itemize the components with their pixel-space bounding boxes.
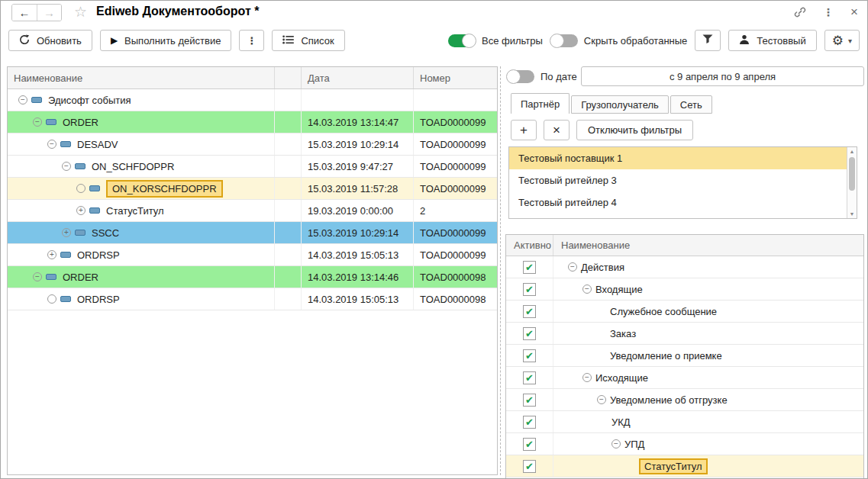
table-row[interactable]: ✔ Заказ: [506, 323, 863, 345]
table-row[interactable]: −ON_SCHFDOPPR 15.03.2019 9:47:27 TOAD000…: [8, 156, 497, 178]
check-icon: ✔: [525, 262, 534, 272]
expander-minus-icon[interactable]: −: [568, 262, 577, 272]
table-row[interactable]: ORDRSP 14.03.2019 15:05:13 TOAD0000098: [8, 288, 497, 310]
user-button[interactable]: Тестоввый: [728, 30, 816, 51]
row-name: SSCC: [92, 227, 119, 239]
table-row[interactable]: ✔ −УПД: [506, 433, 863, 455]
settings-button[interactable]: ⚙ ▾: [824, 30, 860, 51]
column-header-active[interactable]: Активно: [506, 235, 553, 256]
filter-button[interactable]: [695, 30, 721, 51]
by-date-toggle-track: [507, 70, 534, 83]
events-table-header: Наименование Дата Номер: [8, 67, 497, 89]
check-icon: ✔: [525, 329, 534, 339]
scrollbar-thumb[interactable]: [849, 157, 855, 191]
actions-table-header: Активно Наименование: [506, 235, 863, 256]
table-row[interactable]: −ORDER 14.03.2019 13:14:47 TOAD0000099: [8, 111, 497, 133]
scrollbar[interactable]: ▲ ▼: [847, 147, 857, 218]
checkbox-checked[interactable]: ✔: [523, 283, 536, 296]
expander-minus-icon[interactable]: −: [582, 285, 592, 294]
table-row[interactable]: ✔ −Исходящие: [506, 367, 863, 389]
table-row[interactable]: −DESADV 15.03.2019 10:29:14 TOAD0000099: [8, 133, 497, 156]
row-number: TOAD0000099: [414, 178, 497, 199]
expander-plus-icon[interactable]: +: [47, 250, 56, 259]
period-field[interactable]: с 9 апреля по 9 апреля: [581, 66, 864, 86]
more-menu-icon[interactable]: ⋮: [823, 6, 834, 18]
table-row[interactable]: +ORDRSP 14.03.2019 15:05:13 TOAD0000099: [8, 244, 497, 266]
table-row[interactable]: ✔ −Входящие: [506, 278, 863, 301]
checkbox-checked[interactable]: ✔: [523, 349, 536, 362]
table-row[interactable]: ✔ Служебное сообщение: [506, 301, 863, 323]
table-row[interactable]: −Эдисофт события: [8, 89, 497, 111]
checkbox-checked[interactable]: ✔: [523, 394, 536, 407]
checkbox-checked[interactable]: ✔: [523, 371, 536, 384]
row-date: 14.03.2019 15:05:13: [302, 288, 414, 310]
column-header-name[interactable]: Наименование: [8, 67, 275, 88]
back-button[interactable]: ←: [12, 5, 37, 21]
row-label: Входящие: [595, 284, 643, 295]
checkbox-checked[interactable]: ✔: [523, 261, 536, 274]
link-icon[interactable]: [794, 6, 806, 18]
tab-partner[interactable]: Партнёр: [511, 93, 570, 114]
table-row[interactable]: ✔ −Уведомление об отгрузке: [506, 389, 863, 411]
expander-minus-icon[interactable]: −: [62, 162, 71, 171]
forward-button[interactable]: →: [37, 5, 61, 21]
table-row[interactable]: ✔ УКД: [506, 411, 863, 433]
close-icon[interactable]: ×: [850, 5, 858, 20]
favorite-star-icon[interactable]: ☆: [74, 3, 87, 21]
disable-filters-button[interactable]: Отключить фильтры: [576, 120, 693, 140]
table-row-selected[interactable]: +SSCC 15.03.2019 10:29:14 TOAD0000099: [8, 222, 497, 244]
scroll-up-icon[interactable]: ▲: [847, 149, 857, 154]
list-button[interactable]: Список: [272, 30, 344, 51]
check-icon: ✔: [525, 351, 534, 361]
expander-minus-icon[interactable]: −: [33, 272, 42, 281]
expander-minus-icon[interactable]: −: [18, 95, 27, 104]
checkbox-checked[interactable]: ✔: [523, 416, 536, 429]
by-date-toggle[interactable]: По дате: [507, 70, 577, 83]
column-header-date[interactable]: Дата: [302, 67, 414, 88]
expander-minus-icon[interactable]: −: [33, 117, 42, 127]
expander-minus-icon[interactable]: −: [597, 395, 606, 404]
clear-filter-button[interactable]: ×: [544, 120, 570, 140]
execute-action-button[interactable]: ▶ Выполнить действие: [100, 30, 232, 51]
all-filters-toggle[interactable]: Все фильтры: [448, 34, 543, 47]
expander-minus-icon[interactable]: −: [582, 373, 592, 382]
column-header-number[interactable]: Номер: [414, 67, 497, 88]
expander-plus-icon[interactable]: +: [76, 206, 86, 215]
vertical-splitter[interactable]: [500, 66, 501, 475]
column-header-name[interactable]: Наименование: [553, 235, 863, 256]
table-row-current[interactable]: ON_KORSCHFDOPPR 15.03.2019 11:57:28 TOAD…: [8, 178, 497, 200]
check-icon: ✔: [525, 285, 534, 294]
list-item[interactable]: Тестовый ритейлер 3: [509, 169, 847, 191]
expander-minus-icon[interactable]: −: [47, 140, 56, 149]
column-header-icon[interactable]: [275, 67, 302, 88]
more-actions-button[interactable]: ⋮: [239, 30, 264, 51]
checkbox-checked[interactable]: ✔: [523, 438, 536, 451]
expander-plus-icon[interactable]: +: [62, 228, 71, 237]
table-row-current[interactable]: ✔ СтатусТитул: [506, 455, 863, 477]
hide-processed-toggle[interactable]: Скрыть обработанные: [550, 34, 687, 47]
checkbox-checked[interactable]: ✔: [523, 305, 536, 318]
focused-cell[interactable]: СтатусТитул: [639, 458, 708, 474]
refresh-button[interactable]: Обновить: [8, 30, 92, 51]
scroll-down-icon[interactable]: ▼: [847, 211, 857, 217]
check-icon: ✔: [525, 307, 534, 317]
checkbox-checked[interactable]: ✔: [523, 460, 536, 473]
list-item[interactable]: Тестовый ритейлер 4: [509, 191, 847, 214]
add-filter-button[interactable]: +: [511, 120, 537, 140]
row-date: 14.03.2019 15:05:13: [302, 244, 414, 265]
table-row[interactable]: +СтатусТитул 19.03.2019 0:00:00 2: [8, 200, 497, 222]
table-row[interactable]: ✔ −Действия: [506, 256, 863, 278]
list-item-selected[interactable]: Тестовый поставщик 1: [509, 147, 847, 169]
row-label: Служебное сообщение: [610, 306, 717, 317]
check-icon: ✔: [525, 439, 534, 449]
row-date: 15.03.2019 10:29:14: [302, 222, 414, 243]
tab-consignee[interactable]: Грузополучатель: [571, 95, 669, 114]
expander-minus-icon[interactable]: −: [611, 439, 621, 448]
checkbox-checked[interactable]: ✔: [523, 327, 536, 340]
tab-network[interactable]: Сеть: [670, 95, 712, 114]
focused-cell[interactable]: ON_KORSCHFDOPPR: [106, 180, 223, 198]
table-row[interactable]: −ORDER 14.03.2019 13:14:46 TOAD0000098: [8, 266, 497, 288]
hide-processed-label: Скрыть обработанные: [584, 35, 687, 47]
table-row[interactable]: ✔ Уведомление о приемке: [506, 345, 863, 367]
row-number: TOAD0000099: [414, 133, 497, 155]
